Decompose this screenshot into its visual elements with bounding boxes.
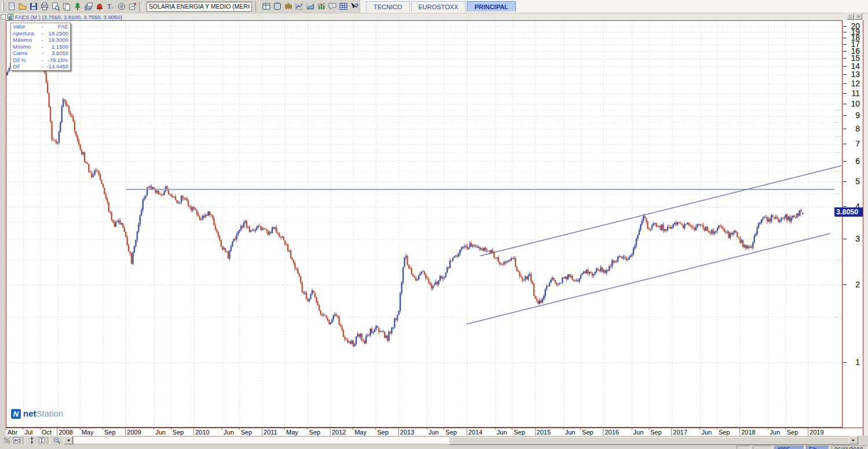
price-axis-label: 5 xyxy=(845,177,860,186)
new-document-icon[interactable] xyxy=(6,1,17,12)
date-axis-label: 2012 xyxy=(332,429,346,436)
fit-vertical-icon[interactable] xyxy=(27,436,36,445)
date-axis-label: Sep xyxy=(582,429,594,436)
date-axis-tick xyxy=(102,428,103,430)
price-axis-tick xyxy=(843,74,847,75)
svg-text:?: ? xyxy=(355,3,358,9)
main-toolbar: Tt ? TECNICOEUROSTOXXPRINCIPAL xyxy=(0,0,868,13)
price-axis-tick xyxy=(843,58,847,59)
price-axis-tick xyxy=(843,144,847,144)
date-axis-label: 2015 xyxy=(537,429,551,436)
date-axis-tick xyxy=(495,428,496,430)
comments-icon[interactable] xyxy=(327,1,338,12)
date-axis-label: Sep xyxy=(787,429,799,436)
date-axis-label: 2010 xyxy=(195,429,209,436)
price-axis-label: 12 xyxy=(845,79,860,88)
minimize-button[interactable]: □ xyxy=(847,13,854,20)
tab-tecnico[interactable]: TECNICO xyxy=(366,1,410,12)
chart-plot-area[interactable]: Valor-FAEApertura-18.2500Máximo-19.3000M… xyxy=(6,20,843,428)
tab-eurostoxx[interactable]: EUROSTOXX xyxy=(411,1,466,12)
fit-page-icon[interactable] xyxy=(36,436,46,445)
percent-scale-icon[interactable] xyxy=(2,436,12,445)
symbol-input[interactable] xyxy=(147,2,252,12)
chart-bottom-toolbar: FC ◄ ► xyxy=(0,436,868,445)
price-axis-tick xyxy=(843,38,847,38)
line-chart-icon[interactable] xyxy=(294,1,305,12)
date-axis-tick xyxy=(427,428,427,430)
tab-principal[interactable]: PRINCIPAL xyxy=(467,1,515,12)
zoom-out-icon[interactable] xyxy=(52,436,61,445)
date-axis-label: May xyxy=(354,429,367,436)
netstation-app: Tt ? TECNICOEUROSTOXXPRINCIPAL - FAES (M… xyxy=(0,0,868,449)
date-axis-tick xyxy=(739,428,740,436)
close-button[interactable]: × xyxy=(855,13,862,20)
horizontal-scrollbar[interactable]: ◄ ► xyxy=(64,436,858,444)
price-axis-label: 3 xyxy=(845,234,860,243)
date-axis-label: May xyxy=(82,429,94,436)
date-axis-tick xyxy=(80,428,80,430)
portfolio-tree-icon[interactable] xyxy=(72,1,83,12)
date-axis-tick xyxy=(467,428,467,436)
price-axis[interactable]: 2019181716151413121110987654321 xyxy=(843,20,863,428)
info-row-apertura: Apertura-18.2500 xyxy=(11,30,70,37)
print-icon[interactable] xyxy=(39,1,50,12)
status-bar: 4095Fib06/11/201816:0 xyxy=(0,445,868,449)
open-folder-icon[interactable] xyxy=(17,1,28,12)
date-axis[interactable]: AbrJulOct2008MaySep2009JunSep2010JunSep2… xyxy=(6,428,863,436)
context-help-icon[interactable]: ? xyxy=(349,1,360,12)
fc-indicator-icon[interactable]: FC xyxy=(12,436,21,445)
date-axis-label: Jun xyxy=(701,429,712,436)
price-chart-canvas[interactable] xyxy=(6,21,842,427)
date-axis-label: Sep xyxy=(445,429,457,436)
svg-text:T: T xyxy=(107,2,112,10)
info-row-máximo: Máximo-19.3000 xyxy=(11,36,70,43)
layers-icon[interactable] xyxy=(83,1,94,12)
date-axis-tick xyxy=(535,428,536,436)
text-labels-icon[interactable]: Tt xyxy=(105,1,116,12)
date-axis-label: Sep xyxy=(241,429,252,436)
price-axis-label: 2 xyxy=(845,280,860,289)
date-axis-label: Jun xyxy=(155,429,166,436)
date-axis-label: 2008 xyxy=(58,429,72,436)
date-axis-tick xyxy=(444,428,444,430)
date-axis-tick xyxy=(193,428,194,436)
save-icon[interactable] xyxy=(28,1,39,12)
date-axis-label: Sep xyxy=(309,429,321,436)
date-axis-tick xyxy=(284,428,285,430)
date-axis-label: Jul xyxy=(24,429,32,436)
toolbar-separator xyxy=(47,437,50,444)
scrollbar-thumb[interactable] xyxy=(449,437,849,445)
grid-view-icon[interactable] xyxy=(338,1,349,12)
price-axis-tick xyxy=(843,32,847,32)
date-axis-tick xyxy=(6,428,6,430)
area-chart-icon[interactable] xyxy=(305,1,316,12)
date-axis-label: May xyxy=(286,429,298,436)
alarm-icon[interactable] xyxy=(94,1,105,12)
price-axis-label: 11 xyxy=(845,89,860,98)
date-axis-label: 2009 xyxy=(127,429,141,436)
snapshot-icon[interactable] xyxy=(116,1,127,12)
price-axis-label: 7 xyxy=(845,139,860,148)
price-axis-tick xyxy=(843,26,847,27)
quote-info-panel: Valor-FAEApertura-18.2500Máximo-19.3000M… xyxy=(10,23,71,71)
data-server-icon[interactable] xyxy=(272,1,283,12)
price-axis-tick xyxy=(843,93,847,94)
date-axis-label: Jun xyxy=(428,429,439,436)
quote-table-icon[interactable] xyxy=(261,1,272,12)
scroll-right-button[interactable]: ► xyxy=(849,436,858,444)
price-axis-tick xyxy=(843,129,847,129)
print-preview-icon[interactable] xyxy=(50,1,61,12)
copy-icon[interactable] xyxy=(61,1,72,12)
scrollbar-track[interactable] xyxy=(73,436,849,444)
scroll-left-button[interactable]: ◄ xyxy=(64,436,73,444)
collapse-tree-button[interactable]: - xyxy=(1,14,6,20)
price-axis-label: 9 xyxy=(845,111,860,120)
candlestick-chart-icon[interactable] xyxy=(283,1,294,12)
price-axis-label: 13 xyxy=(845,70,860,79)
date-axis-label: 2019 xyxy=(810,429,823,436)
export-chart-icon[interactable] xyxy=(127,1,138,12)
svg-text:t: t xyxy=(112,5,113,10)
date-axis-tick xyxy=(57,428,57,436)
indicators-chart-icon[interactable] xyxy=(316,1,327,12)
date-axis-tick xyxy=(330,428,331,436)
